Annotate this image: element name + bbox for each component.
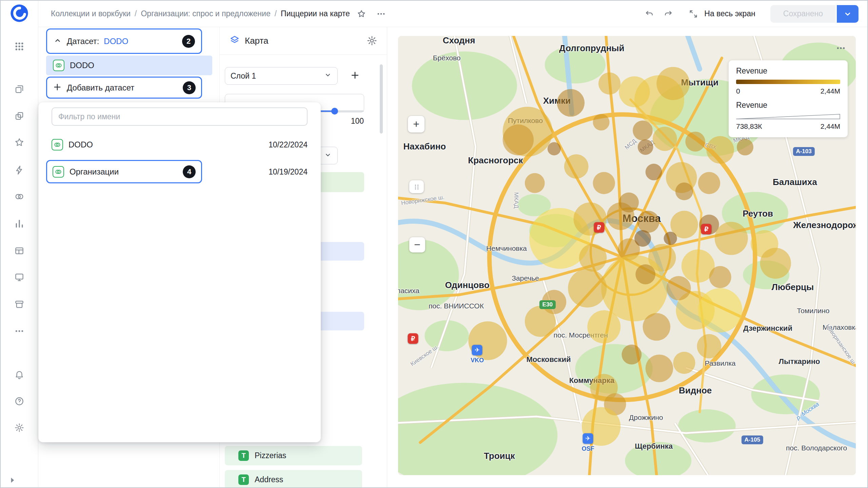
plus-icon xyxy=(350,70,360,82)
dataset-dropdown: DODO 10/22/2024 Организации 4 10/19/2024 xyxy=(38,102,321,442)
field-label: Pizzerias xyxy=(255,451,286,460)
undo-icon[interactable] xyxy=(642,6,657,21)
layer-select-value: Слой 1 xyxy=(231,72,256,81)
slider-value: 100 xyxy=(319,117,364,126)
add-layer-button[interactable] xyxy=(346,67,364,85)
chevron-down-icon xyxy=(843,9,852,19)
favorite-star-icon[interactable] xyxy=(354,6,369,21)
charts-icon[interactable] xyxy=(11,215,28,232)
selected-dataset-row[interactable]: DODO xyxy=(46,56,212,75)
sidebar-collapse-button[interactable] xyxy=(4,472,21,488)
dataset-option-date: 10/22/2024 xyxy=(269,140,308,149)
dataset-combobox[interactable]: Датасет: DODO 2 xyxy=(46,28,202,54)
datasets-icon[interactable] xyxy=(11,188,28,205)
add-dataset-button[interactable]: Добавить датасет 3 xyxy=(46,77,202,99)
text-type-icon: T xyxy=(238,450,249,461)
datalens-logo[interactable] xyxy=(10,4,29,23)
redo-icon[interactable] xyxy=(661,6,676,21)
dataset-option-organizations[interactable]: Организации 4 10/19/2024 xyxy=(38,160,321,183)
notifications-icon[interactable] xyxy=(11,366,28,383)
map[interactable]: СходняБрёховоДолгопрудныйМытищиХимкиПути… xyxy=(398,36,856,475)
fullscreen-label[interactable]: На весь экран xyxy=(704,9,755,18)
dataset-combobox-value: DODO xyxy=(104,37,128,46)
fullscreen-icon[interactable] xyxy=(686,6,701,21)
legend-color-gradient xyxy=(736,80,840,84)
legend-color-min: 0 xyxy=(736,87,740,95)
legend-size-title: Revenue xyxy=(736,101,840,110)
dataset-option-name: Организации xyxy=(70,167,119,177)
chevron-down-icon xyxy=(324,71,332,81)
field-label: Address xyxy=(255,475,283,484)
zoom-in-button[interactable]: + xyxy=(408,116,425,133)
zoom-out-button[interactable]: − xyxy=(409,237,425,252)
panel-scrollbar[interactable] xyxy=(380,64,383,134)
save-dropdown-button[interactable] xyxy=(837,5,859,23)
step-badge-4: 4 xyxy=(183,165,196,178)
breadcrumb-separator: / xyxy=(275,9,277,18)
add-dataset-label: Добавить датасет xyxy=(67,83,134,93)
dataset-combobox-label: Датасет: xyxy=(67,37,99,46)
topbar: Коллекции и воркбуки / Организации: спро… xyxy=(38,1,867,27)
sidebar xyxy=(1,1,38,487)
dataset-icon xyxy=(52,139,63,150)
legend-size-max: 2,44М xyxy=(821,122,840,130)
selected-dataset-name: DODO xyxy=(70,61,94,70)
app-window: Коллекции и воркбуки / Организации: спро… xyxy=(0,0,868,488)
apps-grid-icon[interactable] xyxy=(11,38,28,55)
slider-knob[interactable] xyxy=(331,108,338,115)
opacity-slider[interactable] xyxy=(319,110,364,112)
step-badge-2: 2 xyxy=(182,35,195,48)
dataset-option-date: 10/19/2024 xyxy=(269,167,308,176)
dataset-filter-input[interactable] xyxy=(52,107,308,126)
help-icon[interactable] xyxy=(11,393,28,410)
dataset-option-highlight[interactable]: Организации 4 xyxy=(46,160,202,183)
plus-icon xyxy=(53,82,62,93)
chevron-up-icon xyxy=(53,36,62,46)
text-type-icon: T xyxy=(238,474,249,485)
legend-color-max: 2,44M xyxy=(821,87,840,95)
dataset-icon xyxy=(53,60,64,71)
workbooks-icon[interactable] xyxy=(11,107,28,124)
collections-icon[interactable] xyxy=(11,81,28,98)
favorites-icon[interactable] xyxy=(11,134,28,151)
tables-icon[interactable] xyxy=(11,242,28,259)
layer-select[interactable]: Слой 1 xyxy=(225,67,338,85)
chart-panel-header: Карта xyxy=(220,27,387,55)
breadcrumb-workbook[interactable]: Организации: спрос и предложение xyxy=(141,9,270,18)
chart-settings-gear-icon[interactable] xyxy=(367,35,377,46)
settings-icon[interactable] xyxy=(11,419,28,436)
dashboards-icon[interactable] xyxy=(11,269,28,286)
dataset-option-dodo[interactable]: DODO 10/22/2024 xyxy=(52,134,308,156)
breadcrumb-collections[interactable]: Коллекции и воркбуки xyxy=(51,9,131,18)
breadcrumb: Коллекции и воркбуки / Организации: спро… xyxy=(51,9,350,18)
more-actions-icon[interactable] xyxy=(374,6,389,21)
breadcrumb-separator: / xyxy=(135,9,137,18)
field-address[interactable]: T Address xyxy=(225,470,362,488)
step-badge-3: 3 xyxy=(183,81,196,94)
legend-size-glyph xyxy=(736,114,840,119)
map-legend: Revenue 0 2,44M Revenue 738,83К 2,44М xyxy=(729,60,848,137)
map-more-icon[interactable] xyxy=(833,43,848,54)
map-chart-icon xyxy=(229,35,240,47)
field-pizzerias[interactable]: T Pizzerias xyxy=(225,446,362,465)
chart-type-title: Карта xyxy=(245,36,269,46)
dataset-icon xyxy=(53,166,64,178)
legend-color-title: Revenue xyxy=(736,66,840,76)
zoom-drag-handle[interactable] xyxy=(409,180,424,193)
more-icon[interactable] xyxy=(11,323,28,340)
saved-button[interactable]: Сохранено xyxy=(770,5,836,23)
page-title: Пиццерии на карте xyxy=(281,9,350,18)
dataset-option-name: DODO xyxy=(68,140,93,149)
map-area: СходняБрёховоДолгопрудныйМытищиХимкиПути… xyxy=(387,27,867,487)
chevron-down-icon xyxy=(324,151,332,160)
functions-icon[interactable] xyxy=(11,162,28,179)
topbar-actions: На весь экран Сохранено xyxy=(642,5,859,23)
legend-size-min: 738,83К xyxy=(736,122,762,130)
storage-icon[interactable] xyxy=(11,296,28,313)
